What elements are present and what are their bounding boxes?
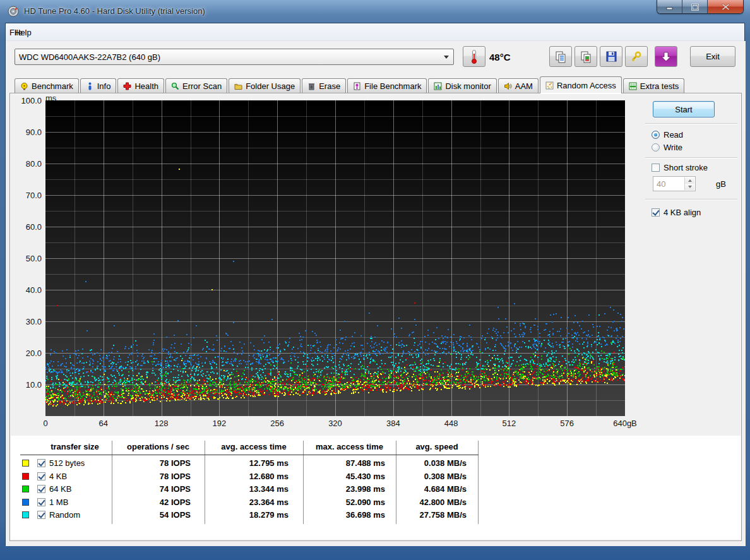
- write-radio[interactable]: Write: [652, 143, 682, 152]
- update-button[interactable]: [655, 46, 677, 67]
- align-checkbox[interactable]: 4 KB align: [652, 208, 701, 217]
- separator: [645, 157, 737, 158]
- error-scan-icon: [171, 82, 179, 90]
- col-header-avg-access: avg. access time: [205, 442, 303, 451]
- spinner-buttons: [684, 177, 694, 190]
- separator: [645, 199, 737, 200]
- y-tick-label: 100.0: [11, 96, 42, 105]
- y-tick-label: 80.0: [11, 159, 42, 169]
- options-button[interactable]: [625, 46, 648, 67]
- random-access-scatter-canvas: [45, 100, 625, 416]
- short-stroke-unit-label: gB: [716, 179, 726, 189]
- maximize-icon: [691, 4, 699, 11]
- temperature-value: 48°C: [489, 52, 511, 63]
- tab-error-scan[interactable]: Error Scan: [165, 78, 227, 93]
- spinner-down-icon[interactable]: [685, 184, 694, 190]
- y-tick-label: 60.0: [11, 222, 42, 232]
- x-tick-label: 576: [548, 419, 586, 428]
- radio-icon: [652, 131, 660, 139]
- x-tick-label: 448: [432, 419, 470, 428]
- tab-file-benchmark[interactable]: File Benchmark: [347, 78, 427, 93]
- app-icon: [8, 6, 19, 17]
- tab-random-access[interactable]: Random Access: [540, 76, 622, 93]
- short-stroke-checkbox[interactable]: Short stroke: [652, 163, 708, 172]
- file-benchmark-icon: [353, 82, 361, 90]
- x-tick-label: 192: [200, 419, 238, 428]
- close-button[interactable]: [708, 0, 743, 14]
- x-tick-label: 256: [258, 419, 296, 428]
- y-tick-label: 70.0: [11, 191, 42, 200]
- tab-benchmark[interactable]: Benchmark: [15, 78, 79, 93]
- separator: [645, 123, 737, 124]
- checkbox-icon[interactable]: [37, 485, 45, 493]
- header-underline: [20, 455, 479, 455]
- copy-text-button[interactable]: [549, 46, 572, 67]
- client-area: File Help WDC WD6400AAKS-22A7B2 (640 gB)…: [5, 23, 745, 545]
- extra-tests-icon: [629, 82, 637, 90]
- checkbox-icon[interactable]: [37, 459, 45, 467]
- spinner-up-icon[interactable]: [685, 177, 694, 184]
- x-tick-label: 384: [374, 419, 412, 428]
- hd-tune-window: { "window": { "title": "HD Tune Pro 4.60…: [0, 0, 750, 560]
- copy-text-icon: [554, 51, 567, 63]
- read-radio[interactable]: Read: [652, 130, 683, 140]
- short-stroke-size-input[interactable]: 40: [653, 176, 696, 191]
- tab-extra-tests[interactable]: Extra tests: [623, 78, 684, 93]
- close-icon: [722, 3, 730, 11]
- start-button[interactable]: Start: [653, 101, 715, 117]
- table-row-random: Random 54 IOPS 18.279 ms 36.698 ms 27.75…: [10, 509, 490, 521]
- disk-monitor-icon: [434, 82, 442, 90]
- series-swatch: [22, 511, 29, 518]
- results-table: transfer size operations / sec avg. acce…: [10, 436, 741, 539]
- copy-image-button[interactable]: [574, 46, 597, 67]
- tab-erase[interactable]: Erase: [302, 78, 346, 93]
- y-tick-label: 10.0: [11, 380, 42, 390]
- tab-folder-usage[interactable]: Folder Usage: [229, 78, 301, 93]
- minimize-button[interactable]: [657, 0, 682, 14]
- menu-help[interactable]: Help: [11, 27, 35, 39]
- table-row-512-bytes: 512 bytes 78 IOPS 12.795 ms 87.488 ms 0.…: [10, 457, 490, 470]
- thermometer-icon: [472, 50, 477, 64]
- col-header-max-access: max. access time: [303, 442, 396, 451]
- menu-bar: File Help: [6, 23, 744, 41]
- health-icon: [123, 82, 131, 90]
- series-swatch: [22, 460, 29, 467]
- options-icon: [630, 51, 643, 63]
- x-tick-label: 128: [143, 419, 181, 428]
- drive-select[interactable]: WDC WD6400AAKS-22A7B2 (640 gB): [15, 49, 454, 65]
- checkbox-icon: [652, 208, 660, 217]
- exit-button[interactable]: Exit: [690, 46, 735, 67]
- maximize-button[interactable]: [682, 0, 708, 14]
- series-swatch: [22, 473, 29, 480]
- x-tick-label: 64: [85, 419, 122, 428]
- checkbox-icon[interactable]: [37, 472, 45, 480]
- col-header-operations: operations / sec: [112, 442, 205, 451]
- tab-aam[interactable]: AAM: [498, 78, 539, 93]
- window-controls: [657, 0, 744, 14]
- tab-health[interactable]: Health: [117, 78, 164, 93]
- info-icon: [86, 82, 94, 90]
- y-tick-label: 40.0: [11, 285, 42, 295]
- random-access-icon: [545, 81, 554, 90]
- title-bar: HD Tune Pro 4.60 - Hard Disk Utility (tr…: [0, 0, 750, 23]
- y-tick-label: 50.0: [11, 254, 42, 263]
- checkbox-icon: [652, 164, 660, 172]
- tab-disk-monitor[interactable]: Disk monitor: [428, 78, 496, 93]
- copy-image-icon: [580, 51, 592, 63]
- temperature-button[interactable]: [463, 46, 485, 67]
- tab-info[interactable]: Info: [80, 78, 117, 93]
- minimize-icon: [666, 4, 674, 10]
- erase-icon: [307, 82, 316, 90]
- save-button[interactable]: [600, 46, 622, 67]
- x-tick-label: 640gB: [606, 419, 644, 428]
- save-icon: [605, 51, 617, 63]
- x-tick-label: 0: [27, 419, 64, 428]
- window-title: HD Tune Pro 4.60 - Hard Disk Utility (tr…: [24, 6, 205, 16]
- checkbox-icon[interactable]: [37, 498, 45, 506]
- chevron-down-icon[interactable]: [440, 50, 453, 64]
- aam-icon: [504, 82, 512, 90]
- checkbox-icon[interactable]: [37, 511, 45, 519]
- random-access-page: ms 100.090.080.070.060.050.040.030.020.0…: [9, 93, 742, 541]
- download-arrow-icon: [661, 51, 671, 63]
- tab-strip: Benchmark Info Health Error Scan Folder …: [15, 76, 686, 93]
